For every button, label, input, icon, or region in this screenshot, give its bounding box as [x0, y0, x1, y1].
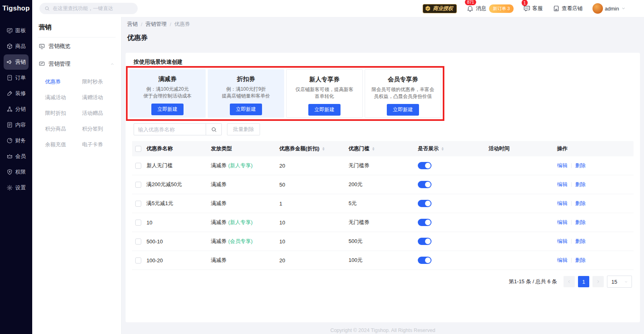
display-toggle[interactable] — [418, 162, 431, 169]
chevron-right-icon — [596, 279, 601, 284]
rail-item-分销[interactable]: 分销 — [4, 102, 29, 117]
edit-link[interactable]: 编辑 — [557, 219, 568, 226]
breadcrumb-separator: / — [141, 21, 142, 27]
coupon-name: 满5元减1元 — [147, 200, 211, 207]
divider — [571, 182, 572, 187]
rail-item-商品[interactable]: 商品 — [4, 39, 29, 54]
content-icon — [6, 122, 13, 128]
prev-page-button[interactable] — [564, 276, 575, 287]
license-label: 商业授权 — [433, 5, 453, 12]
submenu-child-限时折扣[interactable]: 限时折扣 — [45, 105, 82, 121]
rail-item-设置[interactable]: 设置 — [4, 180, 29, 195]
messages-count-badge: 871 — [465, 0, 476, 5]
edit-link[interactable]: 编辑 — [557, 257, 568, 264]
delete-link[interactable]: 删除 — [575, 181, 586, 188]
support-count-badge: 1 — [522, 0, 528, 6]
coupon-table: 优惠券名称 发放类型 优惠券金额(折扣) ▲▼ 优惠门槛 ▲▼ 是否展示 ▲▼ … — [132, 141, 634, 270]
user-menu[interactable]: admin — [592, 3, 626, 14]
sort-icon[interactable]: ▲▼ — [441, 147, 444, 151]
display-toggle[interactable] — [418, 181, 431, 188]
batch-delete-button[interactable]: 批量删除 — [227, 123, 260, 135]
page-button-1[interactable]: 1 — [578, 276, 589, 287]
card-description: 例：满100元打9折提高店铺销量和客单价 — [222, 86, 270, 100]
sort-icon[interactable]: ▲▼ — [372, 147, 375, 151]
breadcrumb-item[interactable]: 营销管理 — [146, 21, 167, 28]
rail-item-财务[interactable]: 财务 — [4, 133, 29, 148]
create-now-button[interactable]: 立即新建 — [308, 104, 341, 116]
display-toggle[interactable] — [418, 257, 431, 264]
rail-item-会员[interactable]: 会员 — [4, 149, 29, 164]
submenu-child-满赠活动[interactable]: 满赠活动 — [82, 89, 121, 105]
display-toggle[interactable] — [418, 219, 431, 226]
view-store-button[interactable]: 查看店铺 — [553, 5, 583, 12]
new-order-pill[interactable]: 新订单 3 — [489, 4, 513, 13]
row-checkbox[interactable] — [135, 257, 141, 263]
row-checkbox[interactable] — [135, 182, 141, 188]
rail-item-权限[interactable]: 权限 — [4, 164, 29, 180]
coupon-threshold: 无门槛券 — [349, 219, 418, 226]
create-now-button[interactable]: 立即新建 — [151, 104, 184, 115]
submenu-group-manage[interactable]: 营销管理 — [32, 55, 121, 73]
rail-item-装修[interactable]: 装修 — [4, 86, 29, 101]
global-search-input[interactable] — [53, 6, 125, 11]
rail-item-订单[interactable]: 订单 — [4, 70, 29, 85]
page-size-select[interactable]: 15 — [607, 276, 632, 288]
column-header[interactable]: 是否展示 ▲▼ — [418, 145, 489, 152]
marketing-icon — [6, 59, 13, 65]
support-button[interactable]: 1 客服 — [523, 5, 543, 12]
divider — [571, 220, 572, 225]
column-header[interactable]: 优惠门槛 ▲▼ — [349, 145, 418, 152]
submenu-item-overview[interactable]: 营销概览 — [32, 37, 121, 55]
delete-link[interactable]: 删除 — [575, 200, 586, 207]
coupon-search-button[interactable] — [206, 123, 222, 135]
row-checkbox[interactable] — [135, 220, 141, 226]
quick-create-card-折扣券: 折扣券 例：满100元打9折提高店铺销量和客单价 立即新建 — [208, 69, 284, 118]
submenu-child-活动赠品[interactable]: 活动赠品 — [82, 105, 121, 121]
quick-create-card-会员专享券: 会员专享券 限会员可领的优惠券，丰富会员权益，凸显会员身份价值 立即新建 — [365, 69, 441, 118]
delete-link[interactable]: 删除 — [575, 257, 586, 264]
display-toggle[interactable] — [418, 238, 431, 245]
breadcrumb-separator: / — [170, 21, 171, 27]
messages-button[interactable]: 871 消息 新订单 3 — [466, 4, 513, 13]
column-header[interactable]: 优惠券金额(折扣) ▲▼ — [279, 145, 349, 152]
rail-item-面板[interactable]: 面板 — [4, 23, 29, 38]
edit-link[interactable]: 编辑 — [557, 181, 568, 188]
delete-link[interactable]: 删除 — [575, 219, 586, 226]
edit-link[interactable]: 编辑 — [557, 200, 568, 207]
goods-icon — [6, 43, 13, 50]
edit-link[interactable]: 编辑 — [557, 238, 568, 245]
display-toggle[interactable] — [418, 200, 431, 207]
edit-link[interactable]: 编辑 — [557, 162, 568, 169]
table-body: 新人无门槛 满减券(新人专享) 20 无门槛券 编辑 删除 满200元减50元 … — [132, 156, 634, 270]
create-now-button[interactable]: 立即新建 — [387, 104, 419, 116]
coupon-amount: 50 — [279, 182, 349, 188]
rail-item-label: 分销 — [15, 106, 26, 113]
select-all-checkbox[interactable] — [135, 146, 141, 152]
submenu-child-电子卡券[interactable]: 电子卡券 — [82, 137, 121, 152]
submenu-child-限时秒杀[interactable]: 限时秒杀 — [82, 74, 121, 89]
rail-item-营销[interactable]: 营销 — [4, 54, 29, 70]
rail-item-内容[interactable]: 内容 — [4, 117, 29, 133]
breadcrumb-item[interactable]: 营销 — [127, 21, 138, 28]
row-checkbox[interactable] — [135, 163, 141, 169]
copyright-text: Copyright © 2024 Tigshop. All Rights Res… — [330, 328, 436, 333]
delete-link[interactable]: 删除 — [575, 162, 586, 169]
submenu-child-优惠券[interactable]: 优惠券 — [45, 74, 82, 89]
create-now-button[interactable]: 立即新建 — [230, 104, 262, 115]
quick-create-card-满减券: 满减券 例：满100元减20元便于合理控制活动成本 立即新建 — [129, 69, 206, 118]
sort-icon[interactable]: ▲▼ — [322, 147, 325, 151]
submenu-child-余额充值[interactable]: 余额充值 — [45, 137, 82, 152]
submenu-child-满减活动[interactable]: 满减活动 — [45, 89, 82, 105]
secondary-sidebar: 营销 营销概览 营销管理 优惠券限时秒杀满减活动满赠活动限时折扣活动赠品积分商品… — [32, 17, 122, 334]
row-checkbox[interactable] — [135, 201, 141, 207]
table-row: 100-20 满减券 20 100元 编辑 删除 — [132, 251, 634, 270]
global-search[interactable] — [39, 3, 138, 14]
rail-item-label: 权限 — [15, 168, 26, 176]
coupon-search-input[interactable] — [134, 123, 206, 135]
delete-link[interactable]: 删除 — [575, 238, 586, 245]
submenu-child-积分商品[interactable]: 积分商品 — [45, 121, 82, 137]
submenu-child-积分签到[interactable]: 积分签到 — [82, 121, 121, 137]
next-page-button[interactable] — [592, 276, 604, 287]
row-checkbox[interactable] — [135, 239, 141, 245]
license-badge[interactable]: 商业授权 — [423, 4, 457, 13]
